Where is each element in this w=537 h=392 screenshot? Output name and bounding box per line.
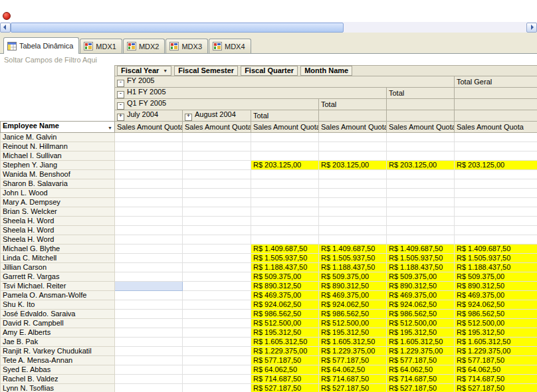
quota-month-cell[interactable] [183,198,251,207]
quota-total-cell[interactable] [319,189,387,198]
quota-total-cell[interactable] [387,179,455,189]
employee-name-cell[interactable]: Ranjit R. Varkey Chudukatil [1,347,115,356]
collapse-icon[interactable]: - [117,102,124,110]
col-header-total-q1[interactable]: Total [251,110,319,122]
quota-total-cell[interactable] [387,235,455,245]
quota-total-cell[interactable]: R$ 1.505.937,50 [319,254,387,263]
quota-total-cell[interactable] [319,217,387,226]
quota-total-cell[interactable]: R$ 986.562,50 [455,310,537,319]
quota-month-cell[interactable] [115,151,183,161]
quota-total-cell[interactable]: R$ 1.409.687,50 [387,245,455,254]
quota-total-cell[interactable]: R$ 577.187,50 [455,356,537,365]
breakpoint-icon[interactable] [3,12,11,20]
col-header-q1-fy-2005[interactable]: -Q1 FY 2005 [115,99,319,110]
quota-month-cell[interactable] [115,235,183,245]
quota-total-cell[interactable] [387,133,455,142]
quota-total-cell[interactable] [251,189,319,198]
quota-total-cell[interactable] [455,179,537,189]
quota-total-cell[interactable]: R$ 527.187,50 [387,384,455,392]
employee-name-cell[interactable]: Tsvi Michael. Reiter [1,282,115,291]
employee-name-cell[interactable]: Michael G. Blythe [1,245,115,254]
quota-month-cell[interactable] [183,217,251,226]
tab-mdx4[interactable]: MDX4 [209,39,251,53]
col-header-july-2004[interactable]: +July 2004 [115,110,183,122]
measure-header[interactable]: Sales Amount Quota [455,122,537,133]
quota-total-cell[interactable] [455,142,537,151]
quota-total-cell[interactable] [319,179,387,189]
quota-month-cell[interactable] [115,291,183,300]
chevron-down-icon[interactable]: ▼ [108,124,112,132]
quota-total-cell[interactable]: R$ 714.687,50 [455,375,537,384]
measure-header[interactable]: Sales Amount Quota [387,122,455,133]
scroll-right-button[interactable] [526,23,537,33]
quota-total-cell[interactable] [387,151,455,161]
quota-total-cell[interactable] [455,217,537,226]
col-header-h1-fy-2005[interactable]: -H1 FY 2005 [115,88,387,99]
employee-name-cell[interactable]: Pamela O. Ansman-Wolfe [1,291,115,300]
quota-total-cell[interactable] [387,198,455,207]
quota-total-cell[interactable] [319,133,387,142]
measure-header[interactable]: Sales Amount Quota [319,122,387,133]
quota-month-cell[interactable] [183,179,251,189]
quota-total-cell[interactable] [455,151,537,161]
quota-month-cell[interactable] [183,245,251,254]
quota-month-cell[interactable] [115,328,183,338]
quota-total-cell[interactable]: R$ 1.188.437,50 [319,263,387,272]
quota-total-cell[interactable]: R$ 203.125,00 [319,161,387,170]
quota-total-cell[interactable] [251,133,319,142]
quota-month-cell[interactable] [115,198,183,207]
quota-total-cell[interactable] [251,198,319,207]
quota-total-cell[interactable] [455,198,537,207]
quota-month-cell[interactable] [115,263,183,272]
quota-total-cell[interactable]: R$ 512.500,00 [251,319,319,328]
quota-total-cell[interactable] [387,170,455,179]
quota-total-cell[interactable] [387,142,455,151]
field-button-fiscal-quarter[interactable]: Fiscal Quarter [241,66,298,76]
employee-name-cell[interactable]: José Edvaldo. Saraiva [1,310,115,319]
quota-total-cell[interactable]: R$ 509.375,00 [319,272,387,282]
quota-month-cell[interactable] [115,254,183,263]
quota-total-cell[interactable]: R$ 924.062,50 [251,300,319,310]
quota-month-cell[interactable] [183,133,251,142]
quota-total-cell[interactable]: R$ 1.505.937,50 [251,254,319,263]
quota-month-cell[interactable] [183,226,251,235]
quota-total-cell[interactable]: R$ 1.505.937,50 [455,254,537,263]
row-field-employee-name[interactable]: Employee Name▼ [1,122,115,133]
quota-month-cell[interactable] [183,291,251,300]
quota-total-cell[interactable]: R$ 527.187,50 [251,384,319,392]
quota-month-cell[interactable] [115,217,183,226]
quota-month-cell[interactable] [115,207,183,217]
quota-month-cell[interactable] [115,170,183,179]
employee-name-cell[interactable]: Stephen Y. Jiang [1,161,115,170]
selected-cell[interactable] [115,282,183,291]
quota-total-cell[interactable]: R$ 509.375,00 [387,272,455,282]
quota-month-cell[interactable] [183,282,251,291]
quota-total-cell[interactable]: R$ 203.125,00 [251,161,319,170]
quota-month-cell[interactable] [183,142,251,151]
quota-month-cell[interactable] [183,263,251,272]
employee-name-cell[interactable]: Linda C. Mitchell [1,254,115,263]
quota-total-cell[interactable]: R$ 64.062,50 [319,365,387,375]
quota-month-cell[interactable] [115,179,183,189]
quota-total-cell[interactable]: R$ 1.409.687,50 [319,245,387,254]
quota-total-cell[interactable]: R$ 1.505.937,50 [387,254,455,263]
quota-month-cell[interactable] [183,384,251,392]
quota-month-cell[interactable] [183,207,251,217]
quota-month-cell[interactable] [183,310,251,319]
employee-name-cell[interactable]: Michael I. Sullivan [1,151,115,161]
quota-total-cell[interactable] [251,207,319,217]
quota-total-cell[interactable] [455,133,537,142]
quota-total-cell[interactable] [319,142,387,151]
quota-total-cell[interactable]: R$ 890.312,50 [251,282,319,291]
scrollbar-thumb[interactable] [11,23,344,33]
quota-total-cell[interactable]: R$ 1.605.312,50 [251,338,319,347]
quota-total-cell[interactable]: R$ 1.188.437,50 [251,263,319,272]
tab-mdx1[interactable]: MDX1 [80,39,122,53]
tab-mdx2[interactable]: MDX2 [123,39,165,53]
quota-total-cell[interactable] [387,226,455,235]
quota-total-cell[interactable]: R$ 512.500,00 [319,319,387,328]
quota-total-cell[interactable]: R$ 1.229.375,00 [251,347,319,356]
quota-total-cell[interactable]: R$ 64.062,50 [455,365,537,375]
field-button-fiscal-year[interactable]: Fiscal Year▼ [117,66,171,76]
quota-month-cell[interactable] [115,356,183,365]
